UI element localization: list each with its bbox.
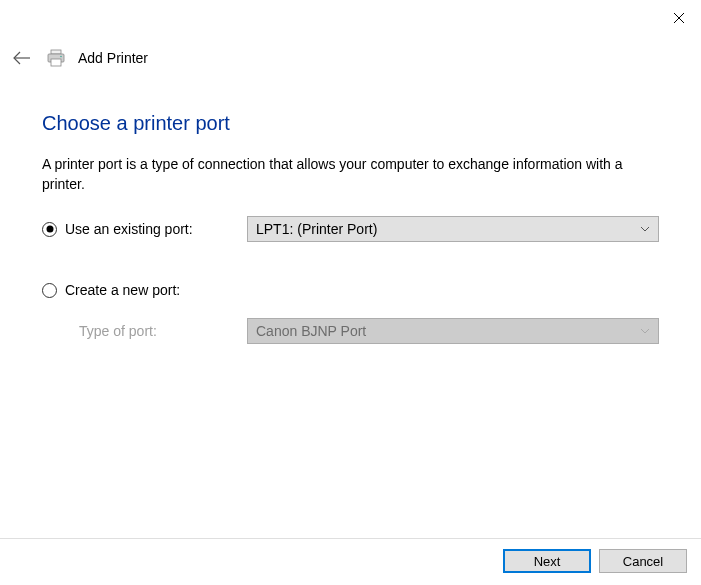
content-area: Choose a printer port A printer port is … — [0, 78, 701, 344]
page-title: Choose a printer port — [42, 112, 659, 135]
svg-point-6 — [60, 56, 62, 58]
wizard-title: Add Printer — [78, 50, 148, 66]
description-text: A printer port is a type of connection t… — [42, 155, 659, 194]
wizard-header: Add Printer — [0, 36, 701, 78]
create-port-radio-group[interactable]: Create a new port: — [42, 282, 247, 298]
port-type-row: Type of port: Canon BJNP Port — [42, 318, 659, 344]
next-button[interactable]: Next — [503, 549, 591, 573]
existing-port-radio[interactable] — [42, 222, 57, 237]
button-row: Next Cancel — [503, 549, 687, 573]
existing-port-label: Use an existing port: — [65, 221, 193, 237]
printer-icon — [46, 48, 66, 68]
port-type-dropdown-value: Canon BJNP Port — [256, 323, 366, 339]
create-port-row: Create a new port: — [42, 282, 659, 298]
port-type-label: Type of port: — [79, 323, 247, 339]
create-port-label: Create a new port: — [65, 282, 180, 298]
svg-rect-5 — [51, 59, 61, 66]
existing-port-dropdown[interactable]: LPT1: (Printer Port) — [247, 216, 659, 242]
cancel-button[interactable]: Cancel — [599, 549, 687, 573]
chevron-down-icon — [640, 326, 650, 336]
create-port-radio[interactable] — [42, 283, 57, 298]
footer-divider — [0, 538, 701, 539]
existing-port-row: Use an existing port: LPT1: (Printer Por… — [42, 216, 659, 242]
titlebar — [0, 0, 701, 36]
existing-port-radio-group[interactable]: Use an existing port: — [42, 221, 247, 237]
back-arrow-icon[interactable] — [10, 46, 34, 70]
port-type-dropdown: Canon BJNP Port — [247, 318, 659, 344]
svg-rect-3 — [51, 50, 61, 54]
existing-port-dropdown-value: LPT1: (Printer Port) — [256, 221, 377, 237]
close-icon[interactable] — [671, 10, 687, 26]
chevron-down-icon — [640, 224, 650, 234]
